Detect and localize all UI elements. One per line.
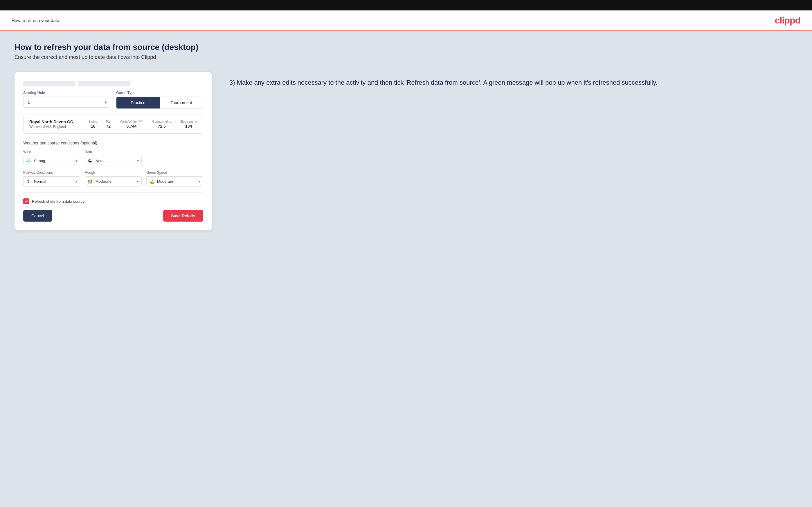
card-tab-stub-2 [78, 80, 130, 87]
starting-hole-select[interactable]: 1 [23, 97, 110, 108]
side-note-text: 3) Make any extra edits necessary to the… [230, 78, 798, 87]
tournament-toggle-btn[interactable]: Tournament [160, 97, 203, 109]
conditions-row-1: Wind 💨 Strong Rain 🌤 None [23, 150, 203, 166]
green-speed-select-wrapper[interactable]: ⛳ Moderate [146, 176, 203, 186]
slope-rating-value: 134 [180, 124, 197, 128]
header-title: How to refresh your data [12, 18, 59, 23]
starting-hole-group: Starting Hole 1 [23, 91, 110, 109]
holes-value: 18 [89, 124, 97, 128]
par-label: Par [106, 120, 111, 123]
slope-rating-label: Slope rating [180, 120, 197, 123]
rough-select[interactable]: Moderate [85, 176, 142, 186]
stat-yards: Yards/White (M)) 6,744 [119, 120, 143, 128]
course-info-left: Royal North Devon GC, Westward Ho!, Engl… [29, 119, 74, 129]
stat-course-rating: Course rating 72.5 [152, 120, 171, 128]
starting-hole-select-wrapper[interactable]: 1 [23, 97, 110, 108]
rough-select-wrapper[interactable]: 🌿 Moderate [85, 176, 142, 186]
weather-section-title: Weather and course conditions (optional) [23, 141, 203, 145]
page-subtitle: Ensure the correct and most up to date d… [14, 54, 798, 60]
green-speed-label: Green Speed [146, 171, 203, 175]
top-bar [0, 0, 812, 10]
fairway-select-wrapper[interactable]: 🏌 Normal [23, 176, 80, 186]
par-value: 72 [106, 124, 111, 128]
course-info-box: Royal North Devon GC, Westward Ho!, Engl… [23, 115, 203, 134]
starting-hole-label: Starting Hole [23, 91, 110, 95]
fairway-select[interactable]: Normal [23, 176, 80, 186]
stat-slope-rating: Slope rating 134 [180, 120, 197, 128]
form-card: Starting Hole 1 Game Type Practice Tourn… [14, 72, 212, 230]
page-title: How to refresh your data from source (de… [14, 43, 798, 52]
green-speed-select[interactable]: Moderate [146, 176, 203, 186]
stat-par: Par 72 [106, 120, 111, 128]
wind-label: Wind [23, 150, 80, 154]
card-tab-stub-1 [23, 80, 75, 87]
rough-group: Rough 🌿 Moderate [85, 171, 142, 186]
footer: Copyright Clippd 2022 [0, 503, 812, 507]
form-row-1: Starting Hole 1 Game Type Practice Tourn… [23, 91, 203, 109]
fairway-group: Fairway Conditions 🏌 Normal [23, 171, 80, 186]
course-stats: Holes 18 Par 72 Yards/White (M)) 6,744 C… [89, 120, 197, 128]
course-name: Royal North Devon GC, [29, 119, 74, 124]
checkbox-row: Refresh shots from data source [23, 199, 203, 204]
header: How to refresh your data clippd [0, 10, 812, 31]
conditions-row-2: Fairway Conditions 🏌 Normal Rough 🌿 Mode… [23, 171, 203, 186]
main-content: How to refresh your data from source (de… [0, 31, 812, 503]
game-type-group: Game Type Practice Tournament [116, 91, 203, 109]
side-description: 3) Make any extra edits necessary to the… [230, 72, 798, 87]
divider [23, 192, 203, 192]
logo: clippd [775, 15, 800, 26]
wind-select-wrapper[interactable]: 💨 Strong [23, 156, 80, 166]
refresh-checkbox[interactable] [23, 199, 29, 204]
green-speed-group: Green Speed ⛳ Moderate [146, 171, 203, 186]
game-type-label: Game Type [116, 91, 203, 95]
stat-holes: Holes 18 [89, 120, 97, 128]
card-tabs-area [23, 80, 203, 87]
save-button[interactable]: Save Details [163, 210, 204, 222]
yards-value: 6,744 [119, 124, 143, 128]
wind-select[interactable]: Strong [23, 156, 80, 166]
rain-group: Rain 🌤 None [85, 150, 142, 166]
form-actions: Cancel Save Details [23, 210, 203, 222]
fairway-label: Fairway Conditions [23, 171, 80, 175]
rough-label: Rough [85, 171, 142, 175]
holes-label: Holes [89, 120, 97, 123]
refresh-checkbox-label: Refresh shots from data source [32, 199, 85, 204]
content-area: Starting Hole 1 Game Type Practice Tourn… [14, 72, 798, 230]
course-location: Westward Ho!, England [29, 125, 74, 129]
course-rating-label: Course rating [152, 120, 171, 123]
rain-label: Rain [85, 150, 142, 154]
game-type-toggle: Practice Tournament [116, 97, 203, 109]
wind-group: Wind 💨 Strong [23, 150, 80, 166]
rain-select-wrapper[interactable]: 🌤 None [85, 156, 142, 166]
yards-label: Yards/White (M)) [119, 120, 143, 123]
rain-select[interactable]: None [85, 156, 142, 166]
course-rating-value: 72.5 [152, 124, 171, 128]
practice-toggle-btn[interactable]: Practice [116, 97, 160, 109]
cancel-button[interactable]: Cancel [23, 210, 52, 222]
